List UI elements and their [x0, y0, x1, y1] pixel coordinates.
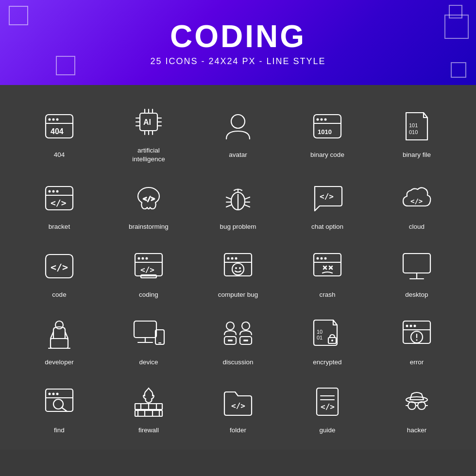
svg-point-100 — [331, 340, 333, 341]
icon-label-404: 404 — [54, 151, 65, 159]
icon-item-code: </> code — [15, 238, 104, 306]
ai-icon: AI — [129, 102, 168, 141]
icon-item-firewall: firewall — [104, 374, 193, 442]
firewall-icon — [129, 382, 168, 421]
icon-item-folder: </> folder — [193, 374, 283, 442]
icon-item-brainstorming: </> brainstorming — [104, 170, 193, 238]
svg-text:</>: </> — [410, 197, 423, 205]
svg-text:101: 101 — [409, 122, 418, 128]
page-title: CODING — [170, 18, 306, 54]
discussion-icon — [219, 314, 257, 353]
svg-point-62 — [232, 263, 244, 275]
svg-text:1010: 1010 — [318, 128, 332, 136]
svg-line-115 — [62, 408, 67, 411]
icon-label-error: error — [410, 358, 424, 367]
icon-label-bug-problem: bug problem — [220, 222, 256, 231]
icon-item-ai: AI artificialintelligence — [104, 94, 193, 170]
svg-point-77 — [55, 321, 63, 329]
computer-bug-icon — [219, 247, 257, 286]
icon-item-cloud: </> cloud — [372, 170, 461, 238]
device-icon — [129, 314, 168, 353]
icon-item-discussion: discussion — [193, 306, 283, 374]
svg-line-43 — [245, 205, 250, 207]
icon-label-coding: coding — [139, 290, 158, 299]
svg-point-1 — [49, 118, 51, 120]
icon-item-binary-file: 101 010 binary file — [372, 94, 461, 170]
icon-item-coding: </> coding — [104, 238, 193, 306]
desktop-icon — [397, 247, 436, 286]
svg-line-40 — [226, 205, 231, 207]
icon-item-avatar: avatar — [193, 94, 283, 170]
icon-item-bug-problem: bug problem — [193, 170, 283, 238]
icon-label-developer: developer — [45, 358, 73, 367]
header: CODING 25 ICONS - 24X24 PX - LINE STYLE — [0, 0, 476, 85]
brainstorming-icon: </> — [129, 179, 168, 218]
svg-text:</>: </> — [51, 261, 68, 273]
svg-point-87 — [226, 322, 234, 330]
svg-point-20 — [231, 115, 245, 128]
svg-point-32 — [56, 190, 59, 193]
deco-square-tl — [9, 6, 28, 25]
svg-text:</>: </> — [321, 402, 335, 411]
svg-point-93 — [231, 340, 233, 341]
icon-label-computer-bug: computer bug — [218, 290, 258, 299]
icon-item-developer: developer — [15, 306, 104, 374]
developer-icon — [40, 314, 79, 353]
chat-option-icon: </> — [308, 179, 347, 218]
icon-item-bracket: </> bracket — [15, 170, 104, 238]
crash-icon — [308, 247, 347, 286]
svg-point-58 — [227, 257, 230, 259]
hacker-icon — [397, 382, 436, 421]
svg-text:</>: </> — [51, 198, 67, 208]
svg-rect-74 — [403, 254, 430, 273]
icon-label-brainstorming: brainstorming — [129, 222, 169, 231]
icon-item-error: error — [372, 306, 461, 374]
icon-item-encrypted: 10 01 encrypted — [283, 306, 372, 374]
icon-item-hacker: hacker — [372, 374, 461, 442]
svg-text:404: 404 — [51, 127, 64, 136]
svg-point-30 — [49, 190, 51, 193]
icon-item-desktop: desktop — [372, 238, 461, 306]
coding-icon: </> — [129, 247, 168, 286]
svg-rect-78 — [51, 339, 68, 348]
folder-icon: </> — [219, 382, 257, 421]
icon-label-binary-file: binary file — [403, 151, 431, 159]
svg-text:</>: </> — [140, 265, 154, 274]
icon-label-cloud: cloud — [409, 222, 425, 231]
icons-grid: 404 404 AI artificial — [0, 85, 476, 450]
svg-point-67 — [321, 257, 323, 259]
icon-label-folder: folder — [230, 426, 246, 435]
icon-label-hacker: hacker — [407, 426, 427, 435]
svg-rect-117 — [135, 410, 162, 416]
svg-point-31 — [52, 190, 55, 193]
icon-label-discussion: discussion — [222, 358, 253, 367]
icon-label-ai: artificialintelligence — [132, 146, 165, 163]
icon-label-device: device — [139, 358, 158, 367]
svg-point-23 — [321, 118, 323, 120]
svg-rect-82 — [134, 321, 156, 338]
icon-item-computer-bug: computer bug — [193, 238, 283, 306]
svg-point-64 — [239, 267, 241, 269]
deco-square-bl — [56, 56, 75, 75]
svg-text:01: 01 — [317, 335, 323, 340]
svg-point-63 — [235, 267, 237, 269]
deco-square-tr2 — [444, 15, 469, 39]
bracket-icon: </> — [40, 179, 79, 218]
encrypted-icon: 10 01 — [308, 314, 347, 353]
icon-item-find: find — [15, 374, 104, 442]
svg-point-108 — [416, 340, 418, 341]
svg-rect-109 — [46, 389, 73, 411]
svg-text:10: 10 — [317, 329, 323, 335]
svg-point-66 — [317, 257, 319, 259]
icon-item-crash: crash — [283, 238, 372, 306]
svg-point-112 — [56, 392, 59, 395]
icon-label-encrypted: encrypted — [313, 358, 341, 367]
icon-label-firewall: firewall — [138, 426, 159, 435]
icon-label-guide: guide — [319, 426, 335, 435]
svg-point-22 — [317, 118, 319, 120]
svg-point-102 — [406, 325, 408, 327]
svg-point-88 — [242, 322, 250, 330]
svg-point-111 — [52, 392, 55, 395]
cloud-icon: </> — [397, 179, 436, 218]
icon-item-chat-option: </> chat option — [283, 170, 372, 238]
